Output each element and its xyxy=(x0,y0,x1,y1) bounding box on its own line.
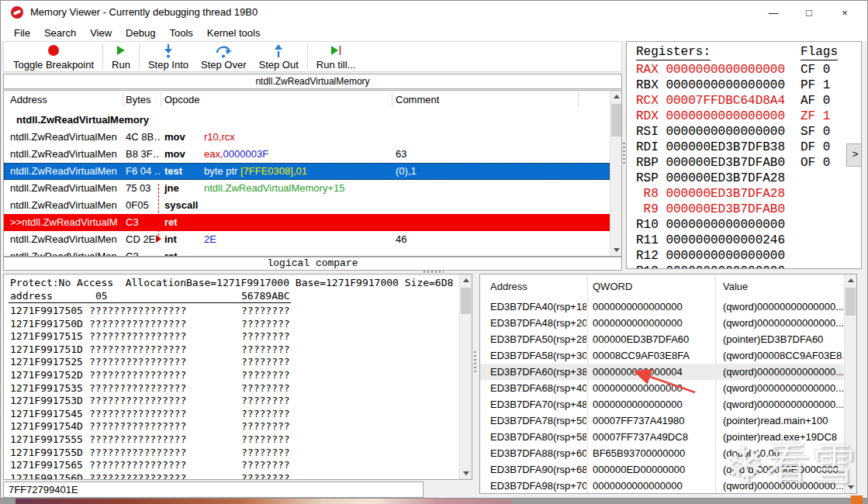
horizontal-splitter[interactable] xyxy=(424,271,444,273)
bottom-vertical-splitter[interactable] xyxy=(474,351,476,373)
memory-row[interactable]: 1271F991756D???????????????????????? xyxy=(4,472,454,480)
disasm-row[interactable]: ntdll.ZwReadVirtualMenCD 2Eint2E46 xyxy=(4,231,610,248)
memory-row[interactable]: 1271F9917515???????????????????????? xyxy=(4,330,454,343)
stack-col-address[interactable]: Address xyxy=(490,281,527,292)
flag-cf[interactable]: CF 0 xyxy=(801,62,830,78)
memory-row[interactable]: 1271F991750D???????????????????????? xyxy=(4,318,454,330)
stack-row[interactable]: ED3B7DFA68(rsp+40)0000000000000000(qword… xyxy=(480,380,843,396)
flag-sf[interactable]: SF 0 xyxy=(801,124,830,140)
register-rsp[interactable]: RSP 000000ED3B7DFA28 xyxy=(636,171,785,186)
menu-item-view[interactable]: View xyxy=(83,26,119,40)
memory-scrollbar[interactable] xyxy=(459,274,472,479)
step-out-button[interactable]: Step Out xyxy=(253,41,305,72)
scroll-down-icon[interactable] xyxy=(848,485,854,489)
memory-row[interactable]: 1271F9917555???????????????????????? xyxy=(4,433,454,446)
scrollbar-thumb[interactable] xyxy=(611,104,621,136)
menu-item-tools[interactable]: Tools xyxy=(162,26,199,40)
disasm-group-label[interactable]: ntdll.ZwReadVirtualMemory xyxy=(4,112,610,129)
minimize-button[interactable]: — xyxy=(756,1,791,24)
stack-qword: 0000000000000000 xyxy=(593,299,709,315)
toggle-breakpoint-button[interactable]: Toggle Breakpoint xyxy=(7,41,100,72)
stack-col-value[interactable]: Value xyxy=(723,281,748,292)
register-rax[interactable]: RAX 0000000000000000 xyxy=(636,62,785,78)
maximize-button[interactable]: □ xyxy=(791,1,827,24)
scroll-up-icon[interactable] xyxy=(463,278,469,282)
menu-item-kernel-tools[interactable]: Kernel tools xyxy=(200,26,268,40)
stack-row[interactable]: ED3B7DFA88(rsp+60)BF65B93700000000(doubl… xyxy=(480,445,843,461)
step-into-button[interactable]: Step Into xyxy=(142,41,195,72)
memory-row[interactable]: 1271F9917535???????????????????????? xyxy=(4,382,454,395)
stack-row[interactable]: ED3B7DFA48(rsp+20)0000000000000000(qword… xyxy=(480,315,843,331)
disasm-col-address[interactable]: Address xyxy=(10,94,47,105)
disasm-col-comment[interactable]: Comment xyxy=(396,94,439,105)
memory-row[interactable]: 1271F9917525???????????????????????? xyxy=(4,356,454,368)
disasm-col-opcode[interactable]: Opcode xyxy=(164,94,200,105)
register-rsi[interactable]: RSI 0000000000000000 xyxy=(636,124,785,140)
flag-pf[interactable]: PF 1 xyxy=(801,78,830,93)
scrollbar-thumb[interactable] xyxy=(461,288,471,314)
disasm-row[interactable]: >>ntdll.ZwReadVirtualMC3ret xyxy=(4,214,610,231)
disasm-row[interactable]: ntdll.ZwReadVirtualMenF6 04 …testbyte pt… xyxy=(4,163,610,180)
scroll-up-icon[interactable] xyxy=(614,95,620,98)
scroll-up-icon[interactable] xyxy=(848,278,854,282)
stack-row[interactable]: ED3B7DFA40(rsp+18)0000000000000000(qword… xyxy=(480,299,843,315)
register-rdi[interactable]: RDI 000000ED3B7DFB38 xyxy=(636,140,785,155)
memory-row[interactable]: 1271F991752D???????????????????????? xyxy=(4,369,454,381)
register-r11[interactable]: R11 0000000000000246 xyxy=(636,233,785,248)
memory-row[interactable]: 1271F9917565???????????????????????? xyxy=(4,459,454,471)
register-r9[interactable]: R9 000000ED3B7DFAB0 xyxy=(636,202,785,217)
register-rbp[interactable]: RBP 000000ED3B7DFAB0 xyxy=(636,155,785,171)
expand-registers-button[interactable]: > xyxy=(846,143,862,167)
stack-row[interactable]: ED3B7DFA58(rsp+30)00008CC9AF03E8FA(qword… xyxy=(480,347,843,364)
run-till-button[interactable]: Run till... xyxy=(310,41,362,72)
close-button[interactable]: × xyxy=(827,1,863,24)
memory-row[interactable]: 1271F991754D???????????????????????? xyxy=(4,420,454,433)
flag-zf[interactable]: ZF 1 xyxy=(801,109,830,124)
disasm-scrollbar[interactable] xyxy=(610,91,622,256)
register-rdx[interactable]: RDX 0000000000000000 xyxy=(636,109,785,124)
register-r13[interactable]: R13 0000000000000000 xyxy=(636,264,785,269)
memory-hex: ???????????????? xyxy=(89,382,186,395)
stack-col-qword[interactable]: QWORD xyxy=(593,281,632,292)
disasm-row[interactable]: ntdll.ZwReadVirtualMen0F05syscall xyxy=(4,197,610,214)
scrollbar-thumb[interactable] xyxy=(846,288,856,316)
stack-row[interactable]: ED3B7DFA80(rsp+58)00007FF737A49DC8(point… xyxy=(480,429,843,445)
memory-ruler-ascii: 56789ABC xyxy=(241,290,290,302)
instruction-address: ntdll.ZwReadVirtualMen xyxy=(10,248,123,257)
stack-scrollbar[interactable] xyxy=(844,274,857,493)
register-rcx[interactable]: RCX 00007FFDBC64D8A4 xyxy=(636,93,785,109)
stack-qword: 00007FF737A41980 xyxy=(593,413,709,429)
stack-row[interactable]: ED3B7DFA50(rsp+28)000000ED3B7DFA60(point… xyxy=(480,331,843,347)
disasm-row[interactable]: ntdll.ZwReadVirtualMenB8 3F…moveax,00000… xyxy=(4,146,610,163)
flag-of[interactable]: OF 0 xyxy=(801,155,830,171)
vertical-splitter[interactable] xyxy=(623,143,625,166)
disasm-row[interactable]: ntdll.ZwReadVirtualMen75 03jnentdll.ZwRe… xyxy=(4,180,610,197)
disasm-row[interactable]: ntdll.ZwReadVirtualMenC3ret xyxy=(4,248,610,257)
register-rbx[interactable]: RBX 0000000000000000 xyxy=(636,78,785,93)
menu-item-search[interactable]: Search xyxy=(37,26,83,40)
menu-item-debug[interactable]: Debug xyxy=(119,26,162,40)
instruction-mnemonic: mov xyxy=(164,129,185,146)
stack-row[interactable]: ED3B7DFA90(rsp+68)000000ED00000000(qword… xyxy=(480,461,843,478)
step-over-button[interactable]: Step Over xyxy=(195,41,253,72)
flag-df[interactable]: DF 0 xyxy=(801,140,830,155)
disasm-col-bytes[interactable]: Bytes xyxy=(126,94,151,105)
stack-row[interactable]: ED3B7DFA70(rsp+48)0000000000000000(qword… xyxy=(480,396,843,413)
memory-row[interactable]: 1271F991755D???????????????????????? xyxy=(4,447,454,459)
memory-row[interactable]: 1271F991753D???????????????????????? xyxy=(4,395,454,407)
disasm-row[interactable]: ntdll.ZwReadVirtualMen4C 8B…movr10,rcx xyxy=(4,129,610,146)
register-r8[interactable]: R8 000000ED3B7DFA28 xyxy=(636,186,785,202)
stack-row[interactable]: ED3B7DFA98(rsp+70)0000000000000000(qword… xyxy=(480,478,843,494)
memory-row[interactable]: 1271F991751D???????????????????????? xyxy=(4,343,454,356)
scroll-down-icon[interactable] xyxy=(463,471,469,475)
memory-row[interactable]: 1271F9917505???????????????????????? xyxy=(4,305,454,317)
menu-item-file[interactable]: File xyxy=(7,26,37,40)
register-r10[interactable]: R10 0000000000000000 xyxy=(636,217,785,233)
run-button[interactable]: Run xyxy=(105,41,137,72)
memory-row[interactable]: 1271F9917545???????????????????????? xyxy=(4,408,454,420)
register-r12[interactable]: R12 0000000000000000 xyxy=(636,248,785,264)
flag-af[interactable]: AF 0 xyxy=(801,93,830,109)
stack-row[interactable]: ED3B7DFA60(rsp+38)0000000000000004(qword… xyxy=(480,364,843,380)
scroll-down-icon[interactable] xyxy=(614,248,620,252)
stack-row[interactable]: ED3B7DFA78(rsp+50)00007FF737A41980(point… xyxy=(480,413,843,429)
